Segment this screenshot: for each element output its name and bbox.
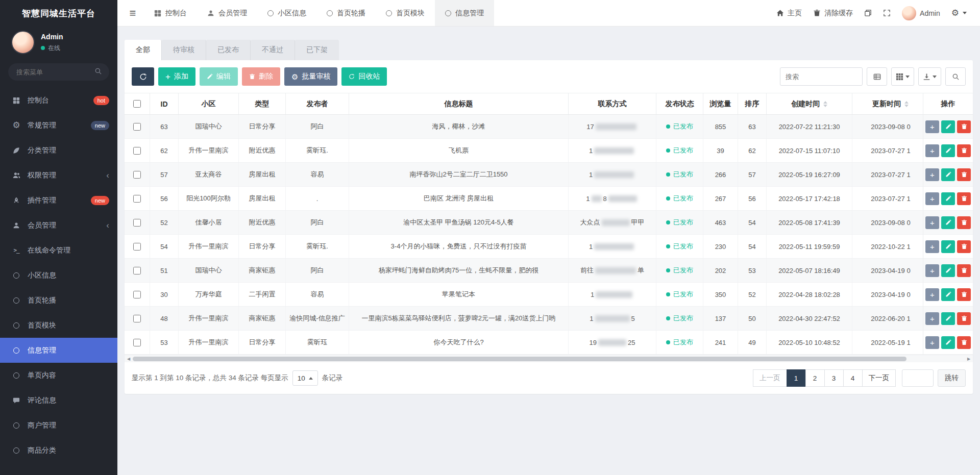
row-more-button[interactable]: + (925, 312, 939, 325)
row-delete-button[interactable] (957, 192, 971, 205)
sidebar-item-分类管理[interactable]: 分类管理 (0, 138, 117, 163)
row-edit-button[interactable] (941, 312, 955, 325)
scroll-right-icon[interactable]: ▶ (965, 357, 973, 361)
row-more-button[interactable]: + (925, 264, 939, 277)
nav-tab-首页模块[interactable]: 首页模块 (376, 0, 435, 26)
clear-cache-button[interactable]: 清除缓存 (813, 9, 853, 18)
row-more-button[interactable]: + (925, 144, 939, 157)
page-button-1[interactable]: 1 (787, 369, 806, 387)
row-edit-button[interactable] (941, 168, 955, 181)
page-button-4[interactable]: 4 (843, 369, 863, 387)
navbar-user[interactable]: Admin (902, 6, 940, 20)
row-more-button[interactable]: + (925, 120, 939, 133)
row-delete-button[interactable] (957, 168, 971, 181)
table-scroll-area[interactable]: ID小区类型发布者信息标题联系方式发布状态浏览量排序创建时间更新时间 63国瑞中… (125, 93, 923, 355)
page-button-2[interactable]: 2 (805, 369, 825, 387)
view-toggle-button[interactable] (867, 67, 887, 86)
menu-toggle-icon[interactable]: ≡ (121, 7, 144, 20)
nav-tab-首页轮播[interactable]: 首页轮播 (316, 0, 376, 26)
filter-tab-不通过[interactable]: 不通过 (251, 40, 295, 60)
row-more-button[interactable]: + (925, 216, 939, 229)
filter-tab-已下架[interactable]: 已下架 (295, 40, 339, 60)
fullscreen-button[interactable] (883, 9, 891, 17)
row-more-button[interactable]: + (925, 168, 939, 181)
sidebar-item-单页内容[interactable]: 单页内容 (0, 363, 117, 388)
row-edit-button[interactable] (941, 264, 955, 277)
sidebar-item-会员管理[interactable]: 会员管理‹ (0, 213, 117, 238)
row-edit-button[interactable] (941, 192, 955, 205)
edit-button[interactable]: 编辑 (200, 67, 238, 86)
scrollbar-thumb[interactable] (133, 357, 906, 361)
sort-icon[interactable] (904, 101, 909, 107)
row-checkbox[interactable] (133, 195, 141, 203)
settings-button[interactable]: ⚙ (951, 9, 967, 17)
nav-tab-会员管理[interactable]: 会员管理 (197, 0, 257, 26)
scroll-left-icon[interactable]: ◀ (125, 357, 133, 361)
row-edit-button[interactable] (941, 120, 955, 133)
export-button[interactable] (918, 67, 941, 86)
row-delete-button[interactable] (957, 144, 971, 157)
per-page-select[interactable]: 10 (292, 370, 318, 386)
row-checkbox[interactable] (133, 123, 141, 131)
row-edit-button[interactable] (941, 240, 955, 253)
row-more-button[interactable]: + (925, 240, 939, 253)
sidebar-item-控制台[interactable]: 控制台hot (0, 88, 117, 113)
batch-audit-button[interactable]: ⚙ 批量审核 (284, 67, 337, 86)
row-checkbox[interactable] (133, 219, 141, 227)
sidebar-item-商户管理[interactable]: 商户管理 (0, 413, 117, 438)
recycle-button[interactable]: 回收站 (341, 67, 387, 86)
row-delete-button[interactable] (957, 120, 971, 133)
row-checkbox[interactable] (133, 243, 141, 251)
sidebar-item-首页模块[interactable]: 首页模块 (0, 313, 117, 338)
next-page-button[interactable]: 下一页 (862, 369, 896, 387)
page-jump-button[interactable]: 跳转 (938, 369, 966, 387)
nav-tab-信息管理[interactable]: 信息管理 (435, 0, 494, 26)
row-more-button[interactable]: + (925, 336, 939, 349)
row-edit-button[interactable] (941, 288, 955, 301)
row-checkbox[interactable] (133, 339, 141, 346)
select-all-checkbox[interactable] (133, 100, 141, 108)
nav-tab-控制台[interactable]: 控制台 (144, 0, 197, 26)
row-checkbox[interactable] (133, 267, 141, 274)
refresh-button[interactable] (132, 67, 154, 86)
sidebar-item-常规管理[interactable]: ⚙常规管理new (0, 113, 117, 138)
row-checkbox[interactable] (133, 147, 141, 155)
row-edit-button[interactable] (941, 216, 955, 229)
scrollbar-track[interactable] (133, 356, 965, 362)
row-checkbox[interactable] (133, 171, 141, 179)
filter-tab-已发布[interactable]: 已发布 (206, 40, 251, 60)
columns-button[interactable] (891, 67, 914, 86)
table-search-input[interactable] (780, 67, 863, 86)
page-jump-input[interactable] (902, 369, 934, 387)
sidebar-item-商品分类[interactable]: 商品分类 (0, 438, 117, 463)
row-edit-button[interactable] (941, 336, 955, 349)
column-header-创建时间[interactable]: 创建时间 (767, 93, 852, 114)
prev-page-button[interactable]: 上一页 (753, 369, 787, 387)
row-delete-button[interactable] (957, 264, 971, 277)
horizontal-scrollbar[interactable]: ◀ ▶ (125, 355, 973, 362)
row-more-button[interactable]: + (925, 192, 939, 205)
row-delete-button[interactable] (957, 312, 971, 325)
home-link[interactable]: 主页 (776, 9, 802, 18)
search-button[interactable] (945, 67, 966, 86)
sort-icon[interactable] (823, 101, 827, 107)
filter-tab-全部[interactable]: 全部 (125, 40, 162, 60)
sidebar-item-评论信息[interactable]: 评论信息 (0, 388, 117, 413)
row-delete-button[interactable] (957, 240, 971, 253)
page-button-3[interactable]: 3 (824, 369, 844, 387)
add-button[interactable]: + 添加 (158, 67, 195, 86)
delete-button[interactable]: 删除 (242, 67, 280, 86)
sidebar-item-首页轮播[interactable]: 首页轮播 (0, 288, 117, 313)
sidebar-item-信息管理[interactable]: 信息管理 (0, 338, 117, 363)
column-header-更新时间[interactable]: 更新时间 (852, 93, 923, 114)
row-checkbox[interactable] (133, 315, 141, 322)
sidebar-item-在线命令管理[interactable]: >_在线命令管理 (0, 238, 117, 263)
window-switch-button[interactable] (864, 9, 872, 17)
row-more-button[interactable]: + (925, 288, 939, 301)
row-checkbox[interactable] (133, 291, 141, 298)
row-edit-button[interactable] (941, 144, 955, 157)
filter-tab-待审核[interactable]: 待审核 (162, 40, 206, 60)
nav-tab-小区信息[interactable]: 小区信息 (257, 0, 316, 26)
row-delete-button[interactable] (957, 336, 971, 349)
sidebar-item-小区信息[interactable]: 小区信息 (0, 263, 117, 288)
